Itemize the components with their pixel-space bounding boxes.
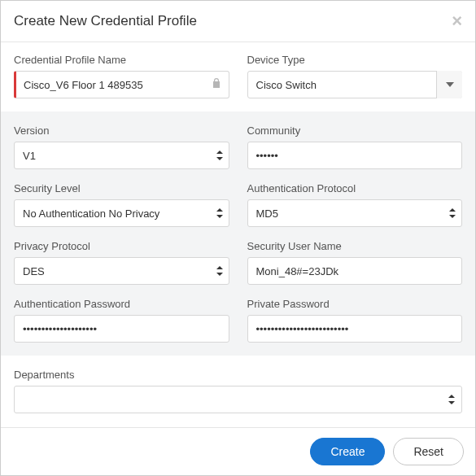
fields-section: Version Community Security Level [1,111,475,356]
auth-protocol-field: Authentication Protocol [247,182,463,227]
private-password-input[interactable] [247,315,463,343]
auth-password-input[interactable] [14,315,229,343]
device-type-field: Device Type [247,54,463,98]
community-label: Community [247,124,463,137]
departments-label: Departments [14,369,462,381]
security-level-select[interactable] [14,199,229,227]
security-level-label: Security Level [14,182,229,194]
community-field: Community [247,124,463,169]
version-field: Version [14,124,229,169]
private-password-label: Private Password [247,298,463,310]
device-type-label: Device Type [247,54,463,66]
profile-name-input[interactable] [14,71,229,98]
profile-name-label: Credential Profile Name [14,54,229,66]
sort-icon [448,395,455,404]
version-label: Version [14,124,229,137]
auth-protocol-select[interactable] [247,199,463,227]
top-section: Credential Profile Name Device Type [1,42,475,111]
version-select[interactable] [14,142,229,169]
security-user-field: Security User Name [247,240,463,285]
departments-section: Departments [1,356,475,426]
device-type-select[interactable] [247,71,463,98]
profile-name-field: Credential Profile Name [14,54,229,98]
close-icon[interactable]: × [452,12,462,30]
auth-protocol-label: Authentication Protocol [247,182,463,194]
security-level-field: Security Level [14,182,229,227]
reset-button[interactable]: Reset [393,438,464,465]
privacy-protocol-field: Privacy Protocol [14,240,229,285]
community-input[interactable] [247,142,463,169]
private-password-field: Private Password [247,298,463,343]
auth-password-label: Authentication Password [14,298,229,310]
privacy-protocol-label: Privacy Protocol [14,240,229,252]
dialog-header: Create New Credential Profile × [1,1,475,42]
dialog-title: Create New Credential Profile [14,13,197,29]
credential-profile-dialog: Create New Credential Profile × Credenti… [0,0,476,476]
dialog-footer: Create Reset [1,427,475,475]
create-button[interactable]: Create [310,438,385,465]
privacy-protocol-select[interactable] [14,257,229,285]
security-user-input[interactable] [247,257,463,285]
departments-select[interactable] [14,386,462,413]
auth-password-field: Authentication Password [14,298,229,343]
security-user-label: Security User Name [247,240,463,252]
